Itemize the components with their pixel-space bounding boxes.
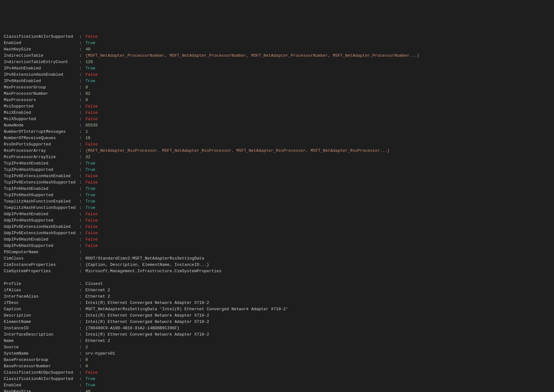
property-separator: : [77,287,84,293]
table-row: UdpIPv6ExtensionHashEnabled : False [4,224,550,230]
property-separator: : [77,84,84,91]
property-separator: : [77,103,84,110]
property-value: False [85,110,98,116]
table-row: MaxProcessorNumber : 62 [4,91,550,97]
table-row: ifDesc : Intel(R) Ethernet Converged Net… [4,300,550,306]
property-key: MsiXSupported [4,116,77,122]
property-value: True [85,65,95,72]
table-row: TcpIPv6HashEnabled : True [4,186,550,192]
table-row: BaseProcessorNumber : 0 [4,363,550,370]
table-row: MaxProcessorGroup : 0 [4,84,550,91]
table-row: IndirectionTableEntryCount : 128 [4,59,550,65]
table-row: UdpIPv4HashEnabled : False [4,211,550,217]
table-row: ElementName : Intel(R) Ethernet Converge… [4,319,550,325]
table-row: MsiXEnabled : False [4,110,550,116]
property-separator: : [77,325,84,331]
property-value: Closest [85,281,103,287]
property-value: 32 [85,154,90,160]
property-separator: : [77,376,84,382]
property-value: Ethernet 2 [85,338,110,344]
table-row: IPv6HashEnabled : True [4,78,550,84]
property-key: InterfaceAlias [4,293,77,300]
table-row: Enabled : True [4,40,550,46]
property-key: ClassificationAtIsrSupported [4,376,77,382]
property-separator: : [77,160,84,167]
property-value: False [85,236,98,243]
property-separator: : [77,370,84,376]
property-value: {Caption, Description, ElementName, Inst… [85,262,209,268]
property-key: TcpIPv6HashSupported [4,192,77,198]
property-separator: : [77,211,84,217]
property-separator: : [77,116,84,122]
property-value: Ethernet 2 [85,293,110,300]
table-row: TcpIPv6HashSupported : True [4,192,550,198]
property-separator: : [77,122,84,129]
property-key: TcpIPv4HashSupported [4,167,77,173]
property-value: srv-hyperv01 [85,350,115,357]
property-value: False [85,72,98,78]
table-row: InstanceID : {780480C9-A10D-4B18-81A2-14… [4,325,550,331]
property-value: Intel(R) Ethernet Converged Network Adap… [85,300,209,306]
table-row: TcpIPv6ExtensionHashEnabled : False [4,173,550,179]
property-value: 0 [85,357,88,363]
property-key: RssOnPortsSupported [4,141,77,148]
property-value: True [85,160,95,167]
property-key: MaxProcessors [4,97,77,103]
table-row: ClassificationAtIsrSupported : False [4,34,550,40]
property-value: {MSFT_NetAdapter_RssProcessor, MSFT_NetA… [85,148,390,154]
table-row: MsiXSupported : False [4,116,550,122]
property-value: True [85,192,95,198]
property-value: True [85,40,95,46]
property-value: 0 [85,84,88,91]
property-key: NumaNode [4,122,77,129]
property-separator: : [77,192,84,198]
property-value: True [85,205,95,211]
property-value: False [85,230,98,236]
property-key: CimClass [4,255,77,262]
property-separator: : [77,110,84,116]
table-row: CimSystemProperties : Microsoft.Manageme… [4,268,550,274]
table-row: NumaNode : 65535 [4,122,550,129]
property-separator: : [77,268,84,274]
property-value: Intel(R) Ethernet Converged Network Adap… [85,312,209,319]
table-row: TcpIPv4HashEnabled : True [4,160,550,167]
property-key: IndirectionTableEntryCount [4,59,77,65]
property-separator: : [77,363,84,370]
property-separator: : [77,236,84,243]
property-key: Source [4,344,77,350]
property-key: UdpIPv6HashEnabled [4,236,77,243]
property-separator: : [77,300,84,306]
property-separator: : [77,331,84,338]
table-row: ClassificationAtDpcSupported : False [4,370,550,376]
property-separator: : [77,312,84,319]
property-value: True [85,186,95,192]
property-separator: : [77,249,84,255]
table-row: TcpIPv6ExtensionHashSupported : False [4,179,550,186]
property-key: NumberOfReceiveQueues [4,135,77,141]
property-separator: : [77,344,84,350]
table-row: ToeplitzHashFunctionEnabled : True [4,198,550,205]
property-key: MaxProcessorNumber [4,91,77,97]
property-key: Enabled [4,382,77,389]
property-separator: : [77,97,84,103]
property-value: False [85,173,98,179]
empty-line [4,274,550,281]
property-separator: : [77,255,84,262]
property-value: True [85,382,95,389]
property-key: RssProcessorArray [4,148,77,154]
property-separator: : [77,129,84,135]
property-value: Intel(R) Ethernet Converged Network Adap… [85,331,209,338]
property-key: TcpIPv6ExtensionHashEnabled [4,173,77,179]
property-separator: : [77,230,84,236]
property-key: TcpIPv4HashEnabled [4,160,77,167]
property-value: Ethernet 2 [85,287,110,293]
property-value: False [85,370,98,376]
property-separator: : [77,306,84,312]
table-row: ifAlias : Ethernet 2 [4,287,550,293]
property-key: ifAlias [4,287,77,293]
table-row: Caption : MSFT_NetAdapterRssSettingData … [4,306,550,312]
property-value: False [85,179,98,186]
property-key: Profile [4,281,77,287]
table-row: IPv4HashEnabled : True [4,65,550,72]
property-key: CimInstanceProperties [4,262,77,268]
